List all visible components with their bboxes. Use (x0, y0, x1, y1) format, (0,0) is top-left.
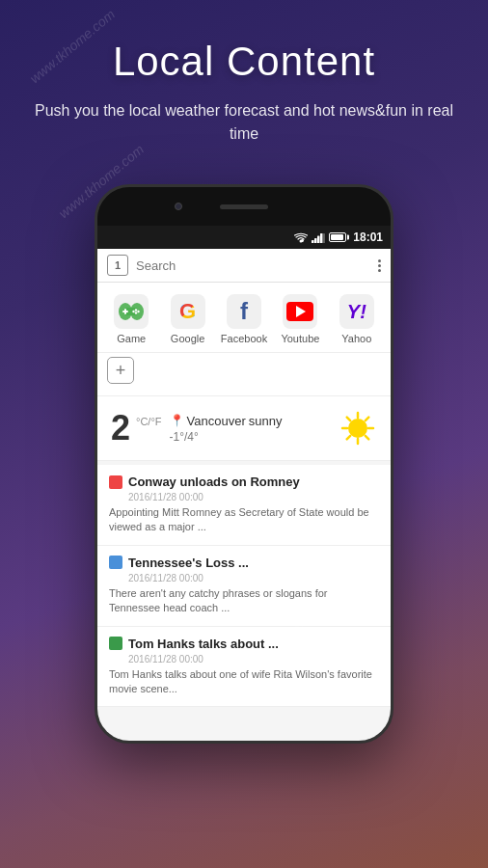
tab-counter[interactable]: 1 (107, 255, 128, 276)
page-title: Local Content (29, 39, 459, 85)
menu-dot-1 (378, 259, 381, 262)
facebook-label: Facebook (221, 333, 267, 344)
news-header-1: Conway unloads on Romney (109, 475, 379, 489)
status-icons: 18:01 (294, 231, 383, 244)
google-icon-container: G (171, 294, 205, 329)
news-date-1: 2016/11/28 00:00 (128, 492, 379, 502)
quick-link-game[interactable]: Game (107, 294, 155, 344)
search-bar: 1 (97, 249, 391, 283)
page-subtitle: Push you the local weather forecast and … (29, 99, 459, 146)
google-label: Google (171, 333, 204, 344)
weather-city: Vancouver (187, 414, 246, 428)
facebook-f-icon: f (240, 298, 248, 325)
status-time: 18:01 (353, 231, 383, 244)
quick-link-yahoo[interactable]: Y! Yahoo (333, 294, 381, 344)
yahoo-label: Yahoo (341, 333, 371, 344)
sun-icon (339, 409, 377, 448)
add-shortcut-button[interactable]: + (107, 357, 134, 384)
status-bar: 18:01 (97, 226, 391, 249)
weather-temperature: 2 (111, 408, 130, 448)
phone-body: 18:01 1 (95, 184, 393, 744)
svg-rect-1 (312, 240, 314, 243)
svg-line-21 (366, 436, 369, 440)
menu-button[interactable] (378, 259, 381, 272)
svg-line-23 (347, 436, 351, 440)
svg-rect-2 (314, 238, 317, 243)
svg-point-13 (135, 312, 137, 313)
weather-location: 📍 Vancouver sunny (170, 414, 339, 428)
svg-point-12 (138, 311, 140, 312)
youtube-red-bg (286, 302, 313, 321)
news-header-2: Tennessee's Loss ... (109, 556, 379, 570)
news-title-2: Tennessee's Loss ... (128, 556, 249, 570)
phone-bottom (97, 741, 391, 744)
news-excerpt-2: There aren't any catchy phrases or sloga… (109, 586, 379, 616)
news-excerpt-1: Appointing Mitt Romney as Secretary of S… (109, 505, 379, 535)
news-item-1[interactable]: Conway unloads on Romney 2016/11/28 00:0… (97, 465, 391, 546)
menu-dot-2 (378, 264, 381, 267)
location-pin-icon: 📍 (170, 414, 184, 427)
news-favicon-1 (109, 475, 122, 489)
news-excerpt-3: Tom Hanks talks about one of wife Rita W… (109, 667, 379, 697)
svg-point-14 (133, 311, 135, 312)
quick-link-youtube[interactable]: Youtube (276, 294, 324, 344)
quick-links-bar: Game G Google f Facebook (97, 283, 391, 353)
search-input[interactable] (136, 258, 370, 273)
news-date-3: 2016/11/28 00:00 (128, 654, 379, 665)
svg-rect-5 (323, 233, 325, 243)
svg-point-0 (300, 239, 303, 242)
weather-info: 📍 Vancouver sunny -1°/4° (170, 414, 339, 444)
svg-line-22 (366, 418, 369, 421)
browser-content: 1 (97, 249, 391, 741)
battery-icon (329, 232, 346, 242)
yahoo-icon-container: Y! (339, 294, 374, 329)
quick-link-facebook[interactable]: f Facebook (220, 294, 268, 344)
news-item-3[interactable]: Tom Hanks talks about ... 2016/11/28 00:… (97, 627, 391, 708)
weather-unit: °C/°F (136, 416, 162, 427)
wifi-icon (294, 232, 308, 243)
add-icon: + (116, 361, 126, 381)
menu-dot-3 (378, 269, 381, 272)
game-icon-container (114, 294, 149, 329)
quick-link-google[interactable]: G Google (163, 294, 211, 344)
news-title-1: Conway unloads on Romney (128, 475, 300, 489)
phone-camera (175, 203, 182, 210)
news-list: Conway unloads on Romney 2016/11/28 00:0… (97, 465, 391, 707)
svg-point-11 (135, 309, 137, 311)
phone-mockup: 18:01 1 (0, 184, 488, 744)
youtube-play-triangle (296, 306, 306, 317)
phone-speaker (220, 204, 268, 209)
yahoo-y-icon: Y! (347, 301, 366, 323)
news-favicon-3 (109, 637, 122, 650)
news-favicon-2 (109, 556, 122, 569)
weather-widget: 2 °C/°F 📍 Vancouver sunny -1°/4° (97, 396, 391, 461)
add-button-row: + (97, 353, 391, 396)
facebook-icon-container: f (227, 294, 261, 329)
svg-rect-10 (124, 309, 126, 314)
phone-top-bar (97, 187, 391, 226)
youtube-icon-container (283, 294, 317, 329)
google-g-icon: G (179, 299, 196, 324)
news-date-2: 2016/11/28 00:00 (128, 573, 379, 583)
game-controller-icon (118, 301, 145, 322)
svg-rect-4 (320, 233, 323, 243)
news-header-3: Tom Hanks talks about ... (109, 637, 379, 651)
header-area: Local Content Push you the local weather… (0, 0, 488, 165)
svg-line-20 (347, 418, 351, 421)
news-title-3: Tom Hanks talks about ... (128, 637, 279, 651)
youtube-label: Youtube (281, 333, 319, 344)
signal-icon (312, 232, 325, 243)
weather-range: -1°/4° (170, 430, 339, 444)
svg-rect-3 (317, 235, 320, 243)
news-item-2[interactable]: Tennessee's Loss ... 2016/11/28 00:00 Th… (97, 546, 391, 627)
weather-condition: sunny (249, 414, 283, 428)
game-label: Game (117, 333, 146, 344)
